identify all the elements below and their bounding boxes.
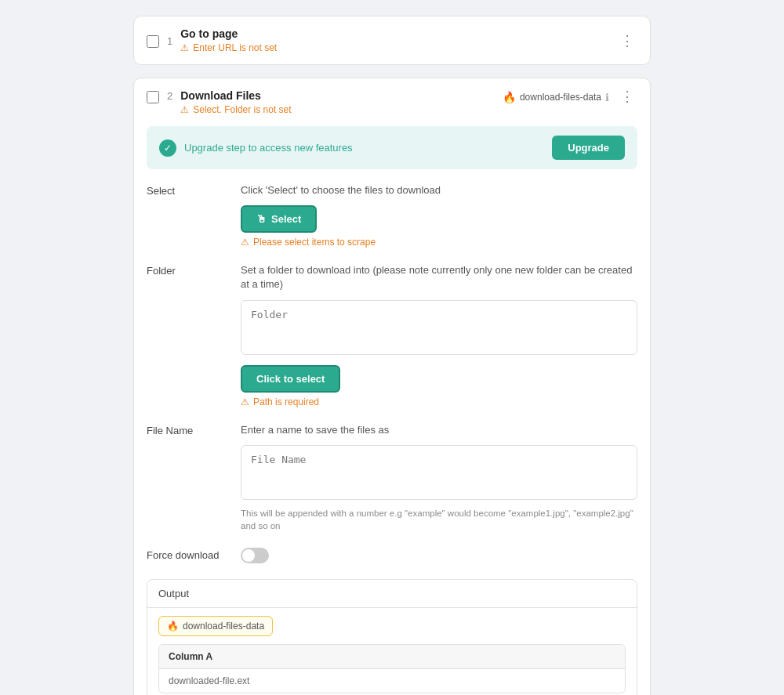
step2-number: 2 <box>167 90 172 102</box>
cursor-icon: 🖱 <box>256 213 267 225</box>
step2-menu-button[interactable]: ⋮ <box>617 89 637 103</box>
select-field-error: ⚠ Please select items to scrape <box>241 237 637 248</box>
output-table: Column A downloaded-file.ext <box>158 644 626 693</box>
info-icon: ℹ <box>605 92 609 103</box>
output-fire-icon: 🔥 <box>167 621 179 632</box>
step1-header: 1 Go to page ⚠ Enter URL is not set ⋮ <box>147 27 637 53</box>
filename-label: File Name <box>147 423 225 532</box>
select-content: Click 'Select' to choose the files to do… <box>241 183 637 248</box>
select-button-label: Select <box>271 213 301 225</box>
force-download-label: Force download <box>147 548 225 563</box>
step2-badge-label: download-files-data <box>520 92 601 103</box>
check-circle-icon: ✓ <box>159 139 176 157</box>
step1-number: 1 <box>167 35 172 47</box>
output-column-header: Column A <box>159 645 625 669</box>
upgrade-text: Upgrade step to access new features <box>184 142 353 154</box>
step2-info: Download Files ⚠ Select. Folder is not s… <box>180 89 495 115</box>
step2-checkbox[interactable] <box>147 91 159 103</box>
form-section: Select Click 'Select' to choose the file… <box>147 183 637 563</box>
force-download-toggle[interactable] <box>241 548 269 563</box>
folder-textarea[interactable] <box>241 300 637 355</box>
step1-checkbox[interactable] <box>147 35 159 48</box>
step2-error: ⚠ Select. Folder is not set <box>180 104 495 115</box>
filename-content: Enter a name to save the files as This w… <box>241 423 637 532</box>
folder-label: Folder <box>147 263 225 407</box>
step1-error: ⚠ Enter URL is not set <box>180 42 609 53</box>
select-row: Select Click 'Select' to choose the file… <box>147 183 637 248</box>
output-column-value: downloaded-file.ext <box>159 669 625 693</box>
filename-description: Enter a name to save the files as <box>241 423 637 437</box>
select-label: Select <box>147 183 225 248</box>
toggle-container <box>241 548 637 563</box>
filename-textarea[interactable] <box>241 445 637 500</box>
step1-error-text: Enter URL is not set <box>193 42 277 53</box>
step2-title: Download Files <box>180 89 495 102</box>
folder-field-error: ⚠ Path is required <box>241 396 637 407</box>
select-description: Click 'Select' to choose the files to do… <box>241 183 637 197</box>
force-download-content <box>241 548 637 563</box>
upgrade-button[interactable]: Upgrade <box>552 136 625 160</box>
step1-card: 1 Go to page ⚠ Enter URL is not set ⋮ <box>133 16 651 65</box>
select-warn-icon: ⚠ <box>241 237 249 248</box>
folder-description: Set a folder to download into (please no… <box>241 263 637 291</box>
step2-error-text: Select. Folder is not set <box>193 104 291 115</box>
force-download-row: Force download <box>147 548 637 563</box>
step2-card: 2 Download Files ⚠ Select. Folder is not… <box>133 78 651 695</box>
select-error-text: Please select items to scrape <box>253 237 376 248</box>
step1-menu-button[interactable]: ⋮ <box>617 34 637 48</box>
folder-row: Folder Set a folder to download into (pl… <box>147 263 637 407</box>
folder-content: Set a folder to download into (please no… <box>241 263 637 407</box>
fire-icon: 🔥 <box>503 91 516 103</box>
step2-header: 2 Download Files ⚠ Select. Folder is not… <box>147 89 637 115</box>
step2-warn-icon: ⚠ <box>180 104 189 115</box>
step1-title: Go to page <box>180 27 609 40</box>
upgrade-banner-left: ✓ Upgrade step to access new features <box>159 139 353 157</box>
output-tag-label: download-files-data <box>183 621 264 632</box>
step1-warn-icon: ⚠ <box>180 42 189 53</box>
output-section: Output 🔥 download-files-data Column A do… <box>147 579 637 695</box>
filename-helper-text: This will be appended with a number e.g … <box>241 507 637 532</box>
folder-error-text: Path is required <box>253 396 319 407</box>
click-to-select-button[interactable]: Click to select <box>241 365 340 393</box>
folder-warn-icon: ⚠ <box>241 396 249 407</box>
step1-info: Go to page ⚠ Enter URL is not set <box>180 27 609 53</box>
output-header: Output <box>147 580 637 608</box>
step2-badge: 🔥 download-files-data ℹ <box>503 91 609 103</box>
select-button[interactable]: 🖱 Select <box>241 205 317 233</box>
filename-row: File Name Enter a name to save the files… <box>147 423 637 532</box>
output-tag: 🔥 download-files-data <box>158 616 273 636</box>
upgrade-banner: ✓ Upgrade step to access new features Up… <box>147 126 637 169</box>
